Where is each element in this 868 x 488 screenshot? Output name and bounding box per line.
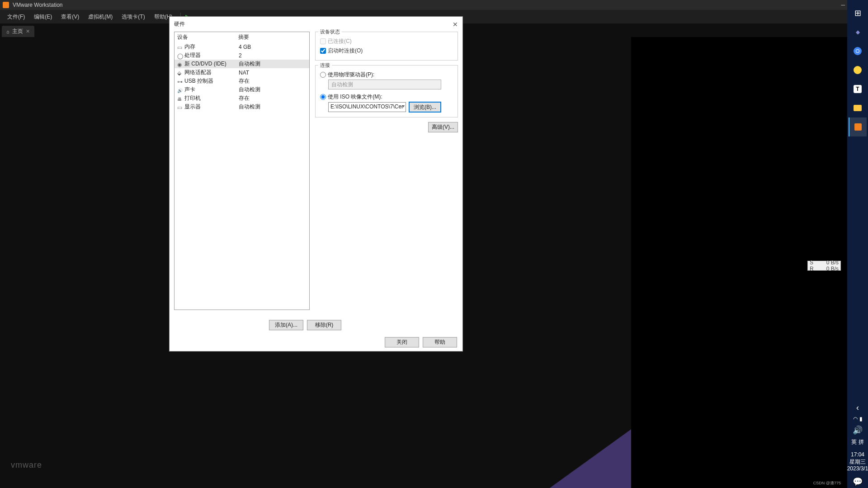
connect-on-start-checkbox[interactable] bbox=[320, 48, 326, 54]
svg-point-2 bbox=[856, 50, 859, 52]
start-button[interactable]: ⊞ bbox=[849, 4, 867, 23]
hw-row-processor[interactable]: 处理器2 bbox=[175, 51, 309, 60]
tab-close-icon[interactable]: ✕ bbox=[26, 28, 30, 34]
network-icon bbox=[177, 70, 184, 75]
dialog-close-icon[interactable]: ✕ bbox=[453, 21, 458, 28]
app-icon bbox=[3, 2, 9, 8]
help-button[interactable]: 帮助 bbox=[423, 337, 457, 347]
home-icon: ⌂ bbox=[6, 29, 9, 34]
physical-radio[interactable] bbox=[320, 72, 326, 78]
dialog-body: 设备 摘要 内存4 GB 处理器2 新 CD/DVD (IDE)自动检测 网络适… bbox=[170, 32, 462, 314]
memory-icon bbox=[177, 44, 184, 50]
battery-icon[interactable]: ▮ bbox=[859, 416, 863, 422]
browse-button[interactable]: 浏览(B)... bbox=[409, 102, 441, 113]
taskbar-chrome[interactable] bbox=[849, 42, 867, 61]
group-conn-title: 连接 bbox=[318, 62, 332, 69]
taskbar-clock[interactable]: 17:04 星期三 2023/3/1 bbox=[847, 449, 868, 475]
dialog-header: 硬件 ✕ bbox=[170, 17, 462, 32]
hardware-dialog: 硬件 ✕ 设备 摘要 内存4 GB 处理器2 新 CD/DVD (IDE)自动检… bbox=[169, 16, 463, 352]
iso-radio[interactable] bbox=[320, 94, 326, 100]
menu-vm[interactable]: 虚拟机(M) bbox=[85, 11, 116, 23]
menu-file[interactable]: 文件(F) bbox=[4, 11, 28, 23]
radio-iso[interactable]: 使用 ISO 映像文件(M): bbox=[320, 92, 453, 102]
group-state-title: 设备状态 bbox=[318, 28, 342, 35]
net-speed-widget: S0 B/s R0 B/s bbox=[807, 261, 841, 271]
taskbar-app-1[interactable]: ◆ bbox=[849, 23, 867, 42]
tab-home[interactable]: ⌂ 主页 ✕ bbox=[2, 26, 34, 37]
hw-row-printer[interactable]: 打印机存在 bbox=[175, 94, 309, 103]
sound-icon bbox=[177, 87, 184, 93]
display-icon bbox=[177, 104, 184, 110]
hw-row-cddvd[interactable]: 新 CD/DVD (IDE)自动检测 bbox=[175, 60, 309, 68]
group-device-state: 设备状态 已连接(C) 启动时连接(O) bbox=[315, 32, 458, 61]
hw-row-memory[interactable]: 内存4 GB bbox=[175, 42, 309, 51]
notification-icon[interactable]: 💬 bbox=[849, 475, 867, 488]
cpu-icon bbox=[177, 53, 184, 58]
hw-row-network[interactable]: 网络适配器NAT bbox=[175, 68, 309, 77]
radio-physical[interactable]: 使用物理驱动器(P): bbox=[320, 70, 453, 80]
remove-button[interactable]: 移除(R) bbox=[307, 320, 341, 330]
taskbar-vmware[interactable] bbox=[849, 117, 867, 136]
col-summary: 摘要 bbox=[238, 33, 307, 41]
windows-taskbar: ⊞ ◆ T ‹ ◠ ▮ 🔊 英 拼 17:04 星期三 2023/3/1 💬 bbox=[847, 0, 868, 488]
hardware-list-header: 设备 摘要 bbox=[175, 32, 309, 42]
wifi-icon[interactable]: ◠ bbox=[853, 416, 858, 422]
title-bar: VMware Workstation ─ ▢ ✕ bbox=[0, 0, 868, 10]
taskbar-explorer[interactable] bbox=[849, 99, 867, 117]
taskbar-app-3[interactable] bbox=[849, 61, 867, 80]
advanced-button[interactable]: 高级(V)... bbox=[428, 122, 458, 132]
hw-row-sound[interactable]: 声卡自动检测 bbox=[175, 85, 309, 94]
iso-path-input[interactable]: E:\ISO\LINUX\CONTOS\7\Cer bbox=[328, 102, 406, 112]
dialog-footer: 关闭 帮助 bbox=[385, 337, 457, 347]
volume-icon[interactable]: 🔊 bbox=[849, 425, 867, 436]
taskbar-app-4[interactable]: T bbox=[849, 80, 867, 99]
tray-expand-icon[interactable]: ‹ bbox=[849, 402, 867, 413]
physical-select: 自动检测 bbox=[328, 80, 441, 89]
tray-icons[interactable]: ◠ ▮ bbox=[853, 413, 863, 425]
vmware-logo: vmware bbox=[11, 460, 42, 470]
add-button[interactable]: 添加(A)... bbox=[269, 320, 303, 330]
hw-row-display[interactable]: 显示器自动检测 bbox=[175, 103, 309, 111]
group-connection: 连接 使用物理驱动器(P): 自动检测 使用 ISO 映像文件(M): E:\I… bbox=[315, 65, 458, 117]
checkbox-connect-on-start[interactable]: 启动时连接(O) bbox=[320, 46, 453, 56]
hardware-list: 设备 摘要 内存4 GB 处理器2 新 CD/DVD (IDE)自动检测 网络适… bbox=[174, 32, 310, 310]
dialog-title: 硬件 bbox=[174, 20, 185, 28]
chevron-down-icon[interactable]: ▾ bbox=[402, 103, 405, 108]
menu-tabs[interactable]: 选项卡(T) bbox=[118, 11, 148, 23]
col-device: 设备 bbox=[177, 33, 238, 41]
cd-icon bbox=[177, 61, 184, 67]
hardware-details: 设备状态 已连接(C) 启动时连接(O) 连接 使用物理驱动器(P): 自动检测 bbox=[315, 32, 458, 310]
app-title: VMware Workstation bbox=[13, 2, 841, 8]
printer-icon bbox=[177, 96, 184, 101]
ime-indicator[interactable]: 英 拼 bbox=[851, 436, 864, 449]
hw-row-usb[interactable]: USB 控制器存在 bbox=[175, 77, 309, 85]
usb-icon bbox=[177, 79, 184, 84]
minimize-button[interactable]: ─ bbox=[841, 2, 845, 8]
close-dialog-button[interactable]: 关闭 bbox=[385, 337, 419, 347]
watermark: CSDN @潘775 bbox=[813, 480, 841, 486]
menu-edit[interactable]: 编辑(E) bbox=[30, 11, 56, 23]
decoration-triangle bbox=[550, 429, 631, 488]
checkbox-connected: 已连接(C) bbox=[320, 37, 453, 46]
menu-view[interactable]: 查看(V) bbox=[57, 11, 83, 23]
tab-home-label: 主页 bbox=[12, 28, 23, 35]
connected-checkbox bbox=[320, 38, 326, 44]
